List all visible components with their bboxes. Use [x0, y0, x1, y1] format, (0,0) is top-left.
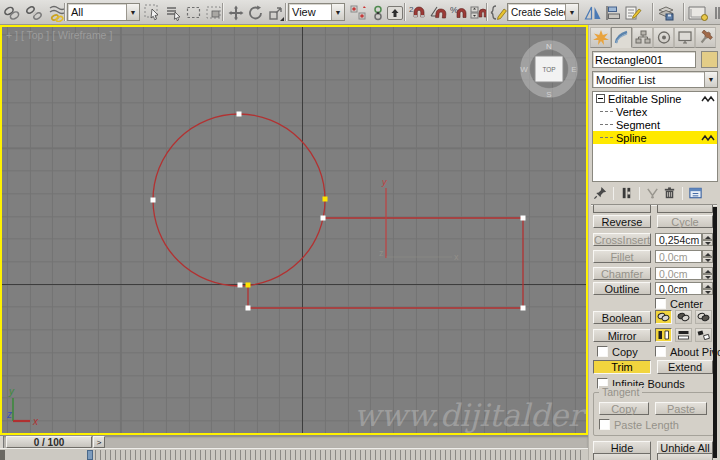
select-and-link-icon[interactable] — [2, 3, 21, 22]
about-pivot-checkbox[interactable] — [655, 346, 666, 357]
boolean-button[interactable]: Boolean — [593, 311, 651, 324]
stack-row-spline-selected[interactable]: Spline — [593, 131, 717, 144]
show-end-result-icon[interactable] — [618, 186, 635, 201]
fillet-value-field[interactable]: 0,0cm — [655, 250, 702, 263]
stack-row-vertex[interactable]: Vertex — [593, 105, 717, 118]
tab-hierarchy[interactable] — [632, 27, 653, 48]
vertex-handle[interactable] — [521, 306, 526, 311]
current-frame-marker[interactable] — [87, 450, 93, 460]
align-icon[interactable] — [603, 3, 622, 22]
paste-length-checkbox[interactable] — [599, 419, 610, 430]
clipped-toolbar-icon[interactable] — [713, 3, 720, 22]
edit-named-selection-sets-icon[interactable] — [489, 3, 508, 22]
vertex-handle[interactable] — [521, 216, 526, 221]
vertex-handle[interactable] — [246, 306, 251, 311]
viewport-label[interactable]: + ] [ Top ] [ Wireframe ] — [6, 29, 112, 41]
select-object-icon[interactable] — [143, 3, 162, 22]
crossinsert-button[interactable]: CrossInsert — [593, 233, 651, 246]
cycle-button[interactable]: Cycle — [657, 215, 713, 228]
named-selection-sets-dropdown[interactable]: Create Selection Se ▼ — [507, 3, 579, 21]
clipped-button[interactable] — [593, 205, 651, 213]
curve-editor-icon[interactable] — [687, 3, 711, 22]
select-and-scale-icon[interactable] — [266, 3, 285, 22]
outline-value-field[interactable]: 0,0cm — [655, 282, 702, 295]
modifier-list-dropdown[interactable]: Modifier List ▼ — [592, 71, 718, 88]
mirror-both-toggle[interactable] — [695, 328, 712, 342]
compass-s-label[interactable]: S — [546, 90, 551, 99]
vertex-handle[interactable] — [151, 198, 156, 203]
chamfer-value-field[interactable]: 0,0cm — [655, 267, 702, 280]
compass-w-label[interactable]: W — [520, 65, 528, 74]
vertex-handle[interactable] — [237, 112, 242, 117]
select-and-move-icon[interactable] — [226, 3, 245, 22]
chamfer-button[interactable]: Chamfer — [593, 267, 651, 280]
fillet-button[interactable]: Fillet — [593, 250, 651, 263]
vertex-handle[interactable] — [321, 216, 326, 221]
circle-spline[interactable] — [153, 114, 325, 286]
pin-stack-icon[interactable] — [592, 186, 609, 201]
angle-snap-icon[interactable] — [428, 3, 447, 22]
panel-scrollbar[interactable] — [713, 207, 717, 458]
center-checkbox[interactable] — [655, 298, 666, 309]
extend-button[interactable]: Extend — [657, 360, 713, 374]
selection-filter-dropdown[interactable]: All ▼ — [67, 3, 140, 21]
stack-row-segment[interactable]: Segment — [593, 118, 717, 131]
tangent-paste-button[interactable]: Paste — [655, 402, 707, 415]
reverse-button[interactable]: Reverse — [593, 215, 651, 228]
spinner-down-button[interactable] — [702, 289, 713, 296]
boolean-intersection-toggle[interactable] — [695, 310, 712, 324]
spinner-down-button[interactable] — [702, 274, 713, 281]
select-and-rotate-icon[interactable] — [246, 3, 265, 22]
trim-button[interactable]: Trim — [593, 360, 651, 374]
mirror-copy-checkbox[interactable] — [597, 346, 608, 357]
vertex-handle[interactable] — [238, 283, 243, 288]
spinner-down-button[interactable] — [702, 240, 713, 247]
tab-motion[interactable] — [653, 27, 674, 48]
object-color-swatch[interactable] — [701, 51, 718, 68]
reference-coordinate-system-dropdown[interactable]: View ▼ — [288, 3, 345, 21]
schematic-view-icon[interactable] — [623, 3, 642, 22]
viewport-top[interactable]: www.dijitalder y x z — [0, 25, 588, 435]
viewcube[interactable]: N E S W TOP — [518, 38, 580, 100]
boolean-union-toggle[interactable] — [655, 310, 672, 324]
time-slider-prev-button[interactable] — [0, 436, 4, 448]
mirror-horizontal-toggle[interactable] — [655, 328, 672, 342]
tab-utilities[interactable] — [695, 27, 716, 48]
clipped-button[interactable] — [657, 453, 713, 460]
tab-display[interactable] — [674, 27, 695, 48]
stack-row-editable-spline[interactable]: Editable Spline — [593, 92, 717, 105]
outline-button[interactable]: Outline — [593, 282, 651, 295]
snap-toggle-2d-icon[interactable]: 2 — [407, 3, 426, 22]
mirror-icon[interactable] — [583, 3, 602, 22]
tab-modify[interactable] — [611, 27, 632, 48]
configure-modifier-sets-icon[interactable] — [687, 186, 704, 201]
keyboard-shortcut-override-icon[interactable] — [385, 3, 404, 22]
tangent-copy-button[interactable]: Copy — [599, 402, 649, 415]
object-name-field[interactable] — [592, 51, 696, 68]
vertex-handle-selected[interactable] — [323, 197, 328, 202]
make-unique-icon[interactable] — [644, 186, 661, 201]
rectangular-selection-region-icon[interactable] — [184, 3, 203, 22]
select-by-name-icon[interactable] — [164, 3, 183, 22]
compass-n-label[interactable]: N — [546, 42, 552, 51]
clipped-button[interactable] — [657, 205, 713, 213]
compass-e-label[interactable]: E — [571, 65, 576, 74]
mirror-vertical-toggle[interactable] — [675, 328, 692, 342]
boolean-subtraction-toggle[interactable] — [675, 310, 692, 324]
unlink-selection-icon[interactable] — [24, 3, 43, 22]
clipped-button[interactable] — [593, 453, 651, 460]
remove-modifier-icon[interactable] — [661, 186, 678, 201]
window-crossing-icon[interactable] — [204, 3, 223, 22]
tab-create[interactable] — [590, 27, 611, 48]
spinner-down-button[interactable] — [702, 257, 713, 264]
mirror-button[interactable]: Mirror — [593, 329, 651, 342]
layer-manager-icon[interactable] — [656, 3, 675, 22]
time-slider-next-button[interactable]: > — [93, 436, 105, 448]
percent-snap-icon[interactable]: % — [449, 3, 468, 22]
time-slider-handle[interactable]: 0 / 100 — [6, 436, 92, 448]
use-pivot-point-center-icon[interactable] — [348, 3, 367, 22]
track-bar[interactable] — [0, 448, 588, 460]
time-slider[interactable]: 0 / 100 > — [0, 435, 588, 448]
crossinsert-value-field[interactable]: 0,254cm — [655, 233, 702, 246]
spinner-snap-icon[interactable] — [468, 3, 487, 22]
